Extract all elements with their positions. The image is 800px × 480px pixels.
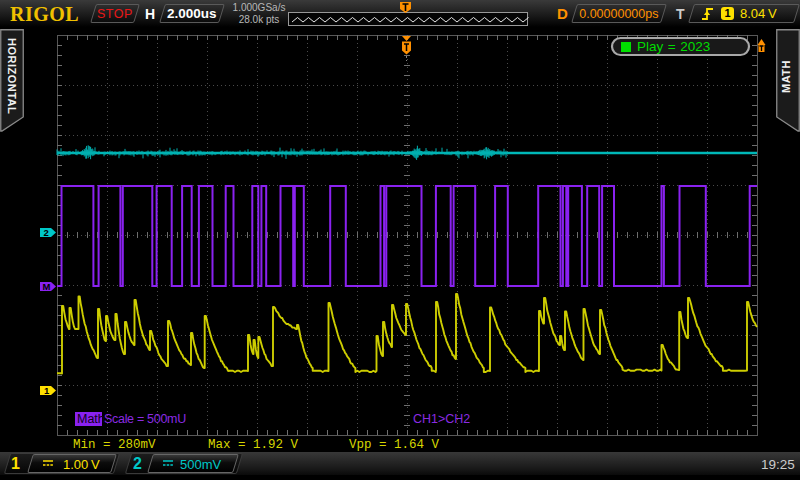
svg-text:Play = 2023: Play = 2023 (637, 39, 710, 54)
svg-text:1: 1 (44, 385, 50, 396)
svg-text:CH1>CH2: CH1>CH2 (413, 412, 470, 426)
svg-text:2: 2 (44, 227, 49, 238)
svg-text:Min = 280mV: Min = 280mV (73, 438, 156, 452)
svg-text:M: M (43, 281, 51, 292)
svg-text:Scale = 500mU: Scale = 500mU (104, 412, 186, 426)
svg-text:Max = 1.92 V: Max = 1.92 V (208, 438, 299, 452)
svg-text:Vpp = 1.64 V: Vpp = 1.64 V (349, 438, 440, 452)
svg-text:Math: Math (77, 412, 105, 426)
